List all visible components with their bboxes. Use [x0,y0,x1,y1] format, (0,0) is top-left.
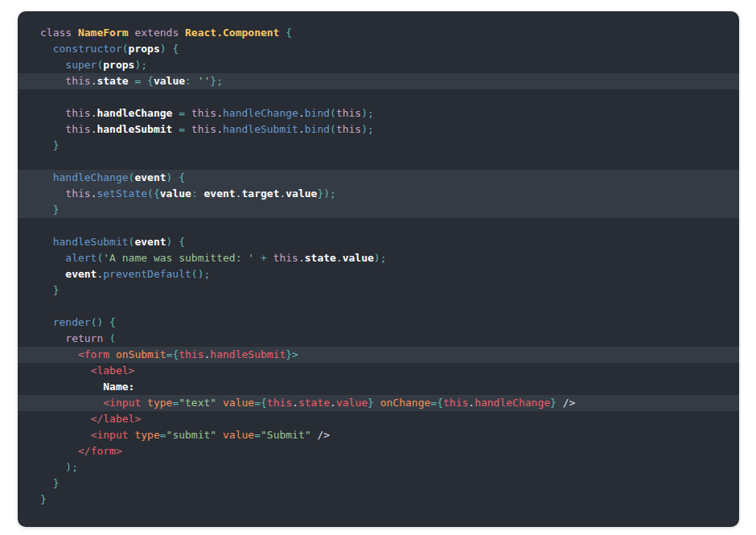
code-token-jsx-expression: handleChange [475,397,550,409]
code-token-jsx-attr-name: onChange [380,397,431,409]
code-token-plain [40,43,53,55]
code-token-jsx-attr-name: type [134,429,159,441]
code-token-punctuation: ); [134,59,147,71]
code-token-class-name: NameForm [78,27,129,39]
code-token-plain: . [468,397,475,409]
code-line-highlighted: this.state = {value: ''}; [18,73,739,89]
code-line: alert('A name was submitted: ' + this.st… [18,250,739,266]
code-line [18,218,739,234]
code-line: class NameForm extends React.Component { [18,25,739,41]
code-token-plain [40,284,53,296]
code-line: Name: [18,379,739,395]
code-token-plain [103,316,109,328]
code-line [18,298,739,315]
code-token-keyword: extends [134,27,179,39]
code-token-variable-bold-white: event [134,171,166,183]
code-token-punctuation: ( [122,43,129,55]
code-token-function: handleChange [53,171,129,183]
code-token-punctuation: = [179,123,185,135]
code-token-punctuation: ); [361,107,374,119]
code-token-jsx-attr-name: value [223,397,254,409]
code-token-plain [109,348,116,360]
code-token-plain: . [236,187,242,200]
code-token-plain [40,348,78,360]
code-token-punctuation: ={ [254,397,267,409]
code-token-punctuation: { [172,43,179,55]
code-token-plain [191,75,198,87]
code-token-keyword: this [273,252,298,264]
code-token-jsx-attr-name: onSubmit [116,348,166,360]
code-token-function: handleSubmit [223,123,298,135]
code-token-plain [40,187,65,200]
code-line: </form> [18,443,739,459]
code-token-jsx-expression: handleSubmit [210,348,286,360]
code-token-string: 'A name was submitted: ' [103,252,254,264]
code-token-function: handleSubmit [53,236,129,248]
code-token-plain [40,171,53,183]
code-token-punctuation: } [53,284,60,296]
code-token-punctuation: = [179,107,185,119]
code-token-punctuation: = [160,429,166,441]
code-token-keyword: this [65,107,90,119]
code-token-punctuation: (); [191,268,210,280]
code-line: render() { [18,315,739,331]
code-token-punctuation: } [550,397,557,409]
code-token-punctuation: }> [286,348,298,360]
code-token-plain [40,59,65,71]
code-token-plain: . [292,397,298,409]
code-line-highlighted: } [18,202,739,218]
code-token-plain [103,332,109,344]
code-token-jsx-attr-name: type [147,397,172,409]
code-line: } [18,492,739,508]
code-token-plain: . [298,107,305,119]
code-token-punctuation: ( [330,107,336,119]
code-token-function: setState [97,187,147,200]
code-token-plain [40,332,65,344]
code-token-plain: . [330,397,336,409]
code-token-string: '' [198,75,211,87]
code-line: handleSubmit(event) { [18,234,739,250]
code-token-jsx-expression: this [443,397,468,409]
code-token-plain [216,397,223,409]
code-token-jsx-tag: label [103,413,134,425]
code-token-plain [40,413,91,425]
code-token-punctuation: }); [317,187,335,200]
code-token-variable-bold-white: state [305,252,336,264]
code-token-jsx-tag-bracket: > [116,445,122,457]
code-token-punctuation: () [91,316,104,328]
code-token-jsx-tag-bracket: </ [91,413,104,425]
code-token-plain [141,75,147,87]
code-token-variable-bold-white: Name: [103,381,134,393]
code-token-punctuation: { [286,27,292,39]
code-token-variable-bold-white: value [154,75,185,87]
code-line-highlighted: handleChange(event) { [18,170,739,186]
code-line: event.preventDefault(); [18,266,739,282]
code-token-plain: . [216,123,223,135]
code-token-punctuation: { [147,75,154,87]
code-token-variable-bold-white: event [134,236,166,248]
code-token-plain [179,27,185,39]
code-token-jsx-tag: form [91,445,116,457]
code-token-plain [40,364,91,377]
code-token-variable-bold-white: target [242,187,280,200]
code-token-plain [198,187,204,200]
code-token-keyword: this [191,123,216,135]
code-token-plain [185,107,191,119]
code-token-plain [40,139,53,151]
code-token-variable-bold-white: handleChange [97,107,172,119]
code-token-punctuation: ({ [147,187,160,200]
code-token-class-name: React.Component [185,27,279,39]
code-token-plain [40,397,103,409]
code-token-jsx-expression: state [298,397,330,409]
code-token-variable-bold-white: value [343,252,374,264]
code-token-plain [40,236,53,248]
code-token-variable-bold-white: value [160,187,191,200]
code-token-plain: /> [557,397,575,409]
code-line: constructor(props) { [18,41,739,57]
code-token-plain [40,204,53,216]
code-token-plain [40,445,78,457]
code-line-highlighted: this.setState({value: event.target.value… [18,186,739,202]
code-token-punctuation: ( [109,332,116,344]
code-token-plain [40,429,91,441]
code-line: ); [18,459,739,475]
